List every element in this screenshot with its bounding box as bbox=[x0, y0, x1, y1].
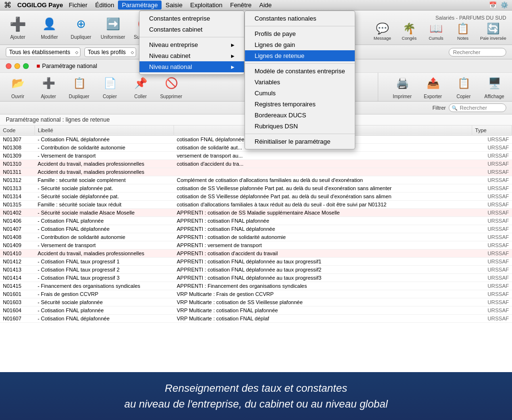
cell-code: N01413 bbox=[0, 265, 35, 273]
copier-right-button[interactable]: 📋 Copier bbox=[452, 75, 476, 99]
menu-lignes-retenue[interactable]: Lignes de retenue bbox=[245, 50, 355, 61]
cell-code: N01307 bbox=[0, 135, 35, 143]
cell-description: APPRENTI : Financement des organisations… bbox=[174, 282, 472, 290]
menu-lignes-gain[interactable]: Lignes de gain bbox=[245, 39, 355, 50]
menu-niveau-national[interactable]: Niveau national bbox=[140, 61, 244, 72]
menu-niveau-cabinet[interactable]: Niveau cabinet bbox=[140, 50, 244, 61]
table-row[interactable]: N01407 - Cotisation FNAL déplafonnée APP… bbox=[0, 225, 512, 233]
traffic-lights bbox=[6, 63, 29, 69]
table-row[interactable]: N01415 - Financement des organisations s… bbox=[0, 282, 512, 290]
cell-libelle: - Sécurité sociale déplafonnée pat. bbox=[35, 192, 174, 200]
cell-code: N01402 bbox=[0, 208, 35, 216]
cell-libelle: - Contribution de solidarité autonomie bbox=[35, 143, 174, 151]
menu-profils-paye[interactable]: Profils de paye bbox=[245, 28, 355, 39]
menu-variables[interactable]: Variables bbox=[245, 77, 355, 88]
cell-description: APPRENTI : cotisation FNAL plafonnée bbox=[174, 216, 472, 225]
cell-description: VRP Multicarte : cotisation de SS Vieill… bbox=[174, 298, 472, 306]
ajouter2-button[interactable]: ➕ Ajouter bbox=[36, 75, 60, 99]
table-row[interactable]: N01314 - Sécurité sociale déplafonnée pa… bbox=[0, 192, 512, 200]
table-row[interactable]: N01310 Accident du travail, maladies pro… bbox=[0, 159, 512, 168]
table-row[interactable]: N01603 - Sécurité sociale plafonnée VRP … bbox=[0, 298, 512, 306]
calendar-icon[interactable]: 📅 bbox=[489, 1, 497, 9]
affichage-button[interactable]: 🖥️ Affichage bbox=[482, 75, 506, 99]
profil-select[interactable]: Tous les profils bbox=[84, 47, 136, 57]
modifier-button[interactable]: 👤 Modifier bbox=[37, 15, 61, 40]
cell-description: VRP Multicarte : cotisation FNAL plafonn… bbox=[174, 306, 472, 314]
banner-text: Renseignement des taux et constantes au … bbox=[124, 380, 388, 412]
menu-constantes-cabinet[interactable]: Constantes cabinet bbox=[140, 24, 244, 35]
paie-inversee-button[interactable]: 🔄 Paie inversée bbox=[480, 23, 506, 41]
uniformiser-button[interactable]: ➡️ Uniformiser bbox=[101, 15, 125, 40]
ouvrir-button[interactable]: 📂 Ouvrir bbox=[6, 75, 30, 99]
table-row[interactable]: N01406 - Cotisation FNAL plafonnée APPRE… bbox=[0, 216, 512, 225]
menu-edition[interactable]: Édition bbox=[91, 0, 118, 10]
cell-description: cotisation de SS Vieillesse plafonnée Pa… bbox=[174, 184, 472, 192]
etablissement-select[interactable]: Tous les établissements bbox=[6, 47, 81, 57]
table-row[interactable]: N01601 - Frais de gestion CCVRP VRP Mult… bbox=[0, 290, 512, 298]
close-button[interactable] bbox=[6, 63, 12, 69]
table-row[interactable]: N01311 Accident du travail, maladies pro… bbox=[0, 168, 512, 176]
conges-button[interactable]: 🌴 Congés bbox=[399, 23, 419, 41]
coller-button[interactable]: 📌 Coller bbox=[128, 75, 152, 99]
dupliquer2-button[interactable]: 📋 Dupliquer bbox=[67, 75, 91, 99]
cumuls-button[interactable]: 📖 Cumuls bbox=[426, 23, 445, 41]
table-row[interactable]: N01604 - Cotisation FNAL plafonnée VRP M… bbox=[0, 306, 512, 314]
menu-constantes-entreprise[interactable]: Constantes entreprise bbox=[140, 13, 244, 24]
cell-type: URSSAF bbox=[472, 306, 512, 314]
cell-description: cotisation de SS Vieillesse déplafonnée … bbox=[174, 192, 472, 200]
cell-code: N01601 bbox=[0, 290, 35, 298]
menu-saisie[interactable]: Saisie bbox=[162, 0, 186, 10]
table-search-input[interactable] bbox=[449, 103, 506, 112]
cell-code: N01410 bbox=[0, 249, 35, 257]
supprimer2-button[interactable]: 🚫 Supprimer bbox=[159, 75, 183, 99]
menu-constantes-nationales[interactable]: Constantes nationales bbox=[245, 13, 355, 24]
table-row[interactable]: N01410 Accident du travail, maladies pro… bbox=[0, 249, 512, 257]
menu-fichier[interactable]: Fichier bbox=[65, 0, 91, 10]
menu-reinitialiser[interactable]: Réinitialiser le paramétrage bbox=[245, 136, 355, 147]
notes-button[interactable]: 📋 Notes bbox=[453, 23, 472, 41]
table-row[interactable]: N01315 Famille : sécurité sociale taux r… bbox=[0, 200, 512, 208]
cell-libelle: - Cotisation FNAL taux progressif 2 bbox=[35, 265, 174, 273]
ajouter-button[interactable]: ➕ Ajouter bbox=[6, 15, 30, 40]
table-row[interactable]: N01412 - Cotisation FNAL taux progressif… bbox=[0, 257, 512, 265]
cell-code: N01407 bbox=[0, 225, 35, 233]
table-row[interactable]: N01309 - Versement de transport versemen… bbox=[0, 151, 512, 159]
menu-exploitation[interactable]: Exploitation bbox=[186, 0, 226, 10]
table-row[interactable]: N01414 - Cotisation FNAL taux progressif… bbox=[0, 273, 512, 282]
imprimer-button[interactable]: 🖨️ Imprimer bbox=[390, 75, 414, 99]
menu-registres-temporaires[interactable]: Registres temporaires bbox=[245, 99, 355, 110]
dupliquer-button[interactable]: ⊕ Dupliquer bbox=[69, 15, 93, 40]
app-name: COGILOG Paye bbox=[17, 1, 63, 9]
table-row[interactable]: N01313 - Sécurité sociale plafonnée pat.… bbox=[0, 184, 512, 192]
menubar: ⌘ COGILOG Paye Fichier Édition Paramétra… bbox=[0, 0, 512, 11]
cell-libelle: - Sécurité sociale plafonnée pat. bbox=[35, 184, 174, 192]
table-row[interactable]: N01312 Famille : sécurité sociale complé… bbox=[0, 176, 512, 184]
menu-fenetre[interactable]: Fenêtre bbox=[226, 0, 256, 10]
cell-libelle: Famille : sécurité sociale complément bbox=[35, 176, 174, 184]
menu-cumuls[interactable]: Cumuls bbox=[245, 88, 355, 99]
table-row[interactable]: N01607 - Cotisation FNAL déplafonnée VRP… bbox=[0, 314, 512, 322]
message-button[interactable]: 💬 Message bbox=[372, 23, 392, 41]
copier2-button[interactable]: 📄 Copier bbox=[98, 75, 122, 99]
paie-inversee-icon: 🔄 bbox=[487, 23, 500, 35]
table-row[interactable]: N01402 - Sécurité sociale maladie Alsace… bbox=[0, 208, 512, 216]
menu-parametrage[interactable]: Paramétrage bbox=[118, 0, 162, 10]
apple-menu-icon[interactable]: ⌘ bbox=[4, 0, 12, 10]
exporter-button[interactable]: 📤 Exporter bbox=[421, 75, 445, 99]
table-row[interactable]: N01408 - Contribution de solidarité auto… bbox=[0, 233, 512, 241]
menu-aide[interactable]: Aide bbox=[256, 0, 276, 10]
cell-libelle: - Cotisation FNAL déplafonnée bbox=[35, 314, 174, 322]
minimize-button[interactable] bbox=[14, 63, 20, 69]
cell-type: URSSAF bbox=[472, 265, 512, 273]
table-row[interactable]: N01413 - Cotisation FNAL taux progressif… bbox=[0, 265, 512, 273]
settings-icon[interactable]: ⚙️ bbox=[500, 1, 508, 9]
menu-modele-constantes[interactable]: Modèle de constantes entreprise bbox=[245, 66, 355, 77]
maximize-button[interactable] bbox=[23, 63, 29, 69]
top-search-input[interactable] bbox=[449, 48, 506, 57]
menu-bordereaux-ducs[interactable]: Bordereaux DUCS bbox=[245, 110, 355, 121]
cell-code: N01408 bbox=[0, 233, 35, 241]
cell-code: N01310 bbox=[0, 159, 35, 168]
table-row[interactable]: N01409 - Versement de transport APPRENTI… bbox=[0, 241, 512, 249]
menu-rubriques-dsn[interactable]: Rubriques DSN bbox=[245, 121, 355, 132]
menu-niveau-entreprise[interactable]: Niveau entreprise bbox=[140, 39, 244, 50]
